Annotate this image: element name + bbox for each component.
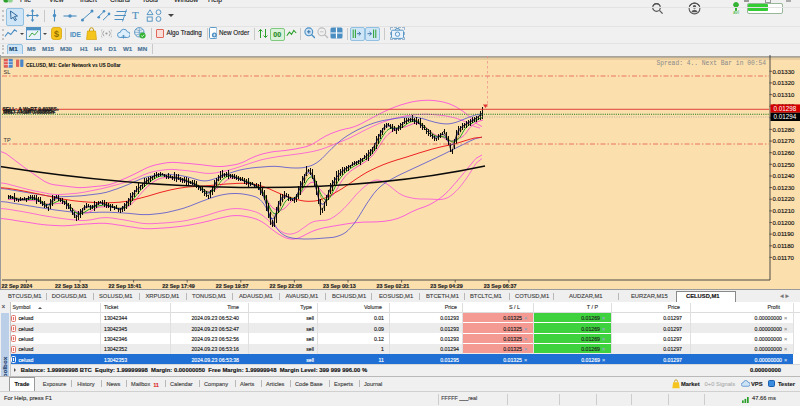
svg-text:0.01180: 0.01180 <box>773 243 795 249</box>
svg-text:0.01298: 0.01298 <box>774 105 797 112</box>
svg-text:0.01200: 0.01200 <box>773 220 795 226</box>
svg-text:0.01190: 0.01190 <box>773 231 795 237</box>
svg-text:avl: avl <box>733 10 739 15</box>
svg-text:22 Sep 22:05: 22 Sep 22:05 <box>269 283 302 289</box>
svg-text:0.01230: 0.01230 <box>773 185 795 191</box>
svg-text:0.01294: 0.01294 <box>774 113 797 120</box>
svg-text:0.01240: 0.01240 <box>773 173 795 179</box>
svg-text:Spread: 4.. Next Bar in 00:54: Spread: 4.. Next Bar in 00:54 <box>657 60 767 67</box>
svg-text:0.01250: 0.01250 <box>773 162 795 168</box>
svg-text:0.01320: 0.01320 <box>773 80 795 86</box>
svg-text:22 Sep 2024: 22 Sep 2024 <box>1 283 32 289</box>
svg-text:22 Sep 15:41: 22 Sep 15:41 <box>109 283 142 289</box>
svg-text:SL: SL <box>4 69 11 75</box>
svg-text:23 Sep 06:37: 23 Sep 06:37 <box>484 283 517 289</box>
svg-text:0.01170: 0.01170 <box>773 255 795 261</box>
svg-text:0.01270: 0.01270 <box>773 138 795 144</box>
svg-text:0.01310: 0.01310 <box>773 92 795 98</box>
svg-text:TP: TP <box>4 137 11 143</box>
svg-text:0.01280: 0.01280 <box>773 127 795 133</box>
svg-text:CELUSD, M1: Celer Network vs: CELUSD, M1: Celer Network vs US Dollar <box>26 63 121 68</box>
svg-text:23 Sep 00:13: 23 Sep 00:13 <box>323 283 356 289</box>
svg-text:MBL: A%aff 0.6035Sn·: MBL: A%aff 0.6035Sn· <box>3 109 56 115</box>
svg-text:0.01330: 0.01330 <box>773 69 795 75</box>
svg-text:0.01210: 0.01210 <box>773 208 795 214</box>
svg-text:22 Sep 17:49: 22 Sep 17:49 <box>162 283 195 289</box>
svg-text:0.01260: 0.01260 <box>773 150 795 156</box>
svg-text:23 Sep 02:21: 23 Sep 02:21 <box>377 283 410 289</box>
svg-text:22 Sep 19:57: 22 Sep 19:57 <box>216 283 249 289</box>
svg-text:22 Sep 13:33: 22 Sep 13:33 <box>55 283 88 289</box>
svg-text:23 Sep 04:29: 23 Sep 04:29 <box>430 283 463 289</box>
svg-text:$: $ <box>54 29 59 39</box>
svg-text:0.01220: 0.01220 <box>773 196 795 202</box>
